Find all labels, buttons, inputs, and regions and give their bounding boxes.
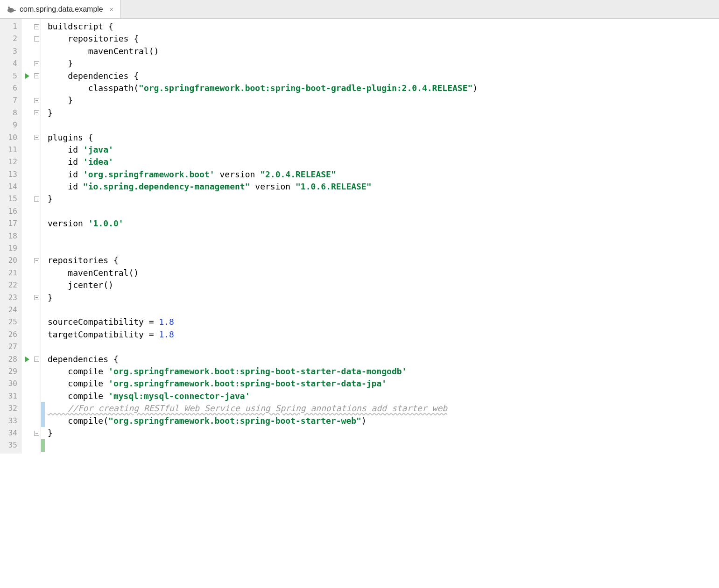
run-icon[interactable] [25,357,29,362]
code-editor[interactable]: 1234567891011121314151617181920212223242… [0,19,719,454]
line-number: 15 [2,193,17,205]
line-number: 27 [2,341,17,353]
code-line: id 'idea' [48,156,719,168]
fold-toggle-icon[interactable] [34,110,39,115]
code-line: mavenCentral() [48,45,719,57]
line-number: 18 [2,230,17,242]
line-number: 14 [2,181,17,193]
line-number: 5 [2,70,17,82]
line-number: 35 [2,439,17,451]
fold-gutter [33,19,41,454]
line-number: 8 [2,107,17,119]
line-number: 10 [2,132,17,144]
code-line: repositories { [48,33,719,45]
code-line: repositories { [48,254,719,266]
code-line: jcenter() [48,279,719,291]
line-number: 1 [2,21,17,33]
fold-toggle-icon[interactable] [34,135,39,140]
code-line: compile 'org.springframework.boot:spring… [48,365,719,378]
code-line [48,304,719,316]
line-number: 7 [2,94,17,106]
line-number: 28 [2,353,17,365]
line-number: 2 [2,33,17,45]
code-line: id 'org.springframework.boot' version "2… [48,168,719,181]
change-marker [41,402,45,414]
code-line: //For creating RESTful Web Service using… [48,402,719,414]
code-line: } [48,94,719,106]
code-line [48,242,719,254]
fold-toggle-icon[interactable] [34,295,39,300]
editor-tab-title: com.spring.data.example [20,5,103,14]
run-marker-gutter [21,19,33,454]
line-number: 34 [2,427,17,439]
line-number: 20 [2,254,17,266]
line-number: 17 [2,217,17,230]
line-number: 4 [2,57,17,70]
fold-toggle-icon[interactable] [34,61,39,66]
fold-toggle-icon[interactable] [34,36,39,42]
code-line [48,439,719,451]
line-number: 9 [2,119,17,131]
code-line: } [48,427,719,439]
fold-toggle-icon[interactable] [34,98,39,103]
change-marker-gutter [41,19,45,454]
line-number: 25 [2,316,17,328]
code-line: dependencies { [48,353,719,365]
svg-rect-2 [13,10,16,11]
fold-toggle-icon[interactable] [34,258,39,263]
code-line: classpath("org.springframework.boot:spri… [48,82,719,94]
code-line [48,119,719,131]
code-line [48,230,719,242]
line-number: 23 [2,292,17,304]
tab-bar: com.spring.data.example × [0,0,719,19]
line-number: 30 [2,378,17,390]
code-line [48,205,719,217]
fold-toggle-icon[interactable] [34,357,39,362]
run-icon[interactable] [25,73,29,79]
code-line: buildscript { [48,21,719,33]
code-line [48,341,719,353]
code-line: mavenCentral() [48,267,719,279]
code-line: } [48,193,719,205]
line-number: 16 [2,205,17,217]
fold-toggle-icon[interactable] [34,431,39,436]
svg-point-1 [8,7,10,8]
fold-toggle-icon[interactable] [34,24,39,29]
close-icon[interactable]: × [110,6,113,13]
change-marker [41,415,45,427]
line-number: 11 [2,144,17,156]
code-line: version '1.0.0' [48,217,719,230]
line-number: 33 [2,415,17,427]
line-number-gutter: 1234567891011121314151617181920212223242… [0,19,21,454]
fold-toggle-icon[interactable] [34,196,39,202]
gradle-file-icon [7,6,16,13]
code-line: targetCompatibility = 1.8 [48,329,719,341]
line-number: 24 [2,304,17,316]
line-number: 3 [2,45,17,57]
line-number: 31 [2,390,17,402]
line-number: 29 [2,365,17,378]
code-line: compile 'mysql:mysql-connector-java' [48,390,719,402]
code-line: } [48,292,719,304]
fold-toggle-icon[interactable] [34,73,39,78]
line-number: 13 [2,168,17,181]
code-line: } [48,57,719,70]
line-number: 19 [2,242,17,254]
code-line: compile 'org.springframework.boot:spring… [48,378,719,390]
line-number: 21 [2,267,17,279]
code-line: id 'java' [48,144,719,156]
code-line: dependencies { [48,70,719,82]
code-line: sourceCompatibility = 1.8 [48,316,719,328]
code-line: } [48,107,719,119]
editor-tab[interactable]: com.spring.data.example × [0,0,120,18]
line-number: 32 [2,402,17,414]
change-marker [41,439,45,451]
line-number: 22 [2,279,17,291]
code-line: compile("org.springframework.boot:spring… [48,415,719,427]
code-line: plugins { [48,132,719,144]
code-area[interactable]: buildscript { repositories { mavenCentra… [45,19,719,454]
svg-point-0 [7,8,14,13]
line-number: 12 [2,156,17,168]
line-number: 6 [2,82,17,94]
code-line: id "io.spring.dependency-management" ver… [48,181,719,193]
